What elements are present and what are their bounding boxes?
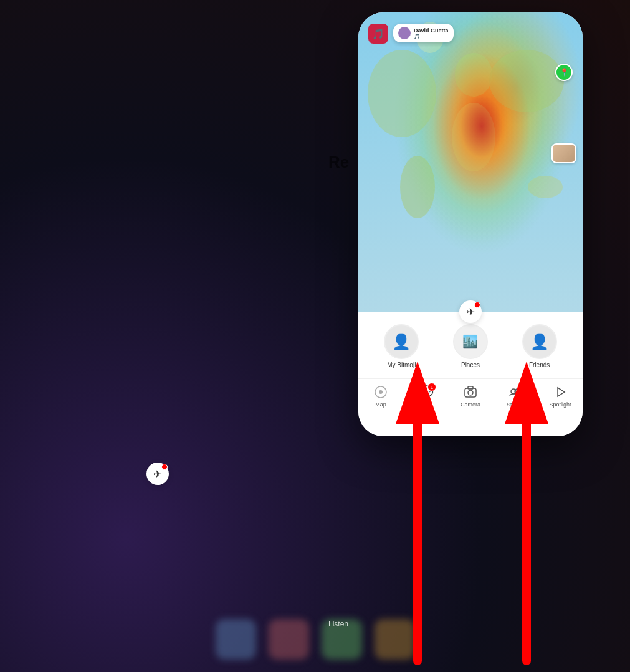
svg-point-25: [468, 390, 473, 395]
my-bitmoji-right[interactable]: 👤 My Bitmoji: [384, 324, 419, 368]
map-label-right: Map: [375, 401, 386, 408]
location-notif-dot: [161, 464, 168, 470]
map-tab-icon-right: [373, 384, 389, 400]
friends-avatar-right: 👤: [522, 324, 557, 359]
location-arrow-btn[interactable]: ✈: [146, 463, 169, 485]
places-label-right: Places: [461, 362, 480, 368]
david-guetta-popup: David Guetta 🎵: [393, 24, 454, 42]
svg-marker-29: [558, 388, 565, 396]
listen-partial-text: Listen: [328, 620, 348, 628]
stories-icon-right: [507, 384, 523, 400]
snap-map-right[interactable]: 🎵 David Guetta 🎵 📍: [358, 12, 583, 312]
snapchat-right-card: 🎵 David Guetta 🎵 📍: [358, 12, 583, 436]
chat-label-right: Chat: [419, 401, 431, 408]
david-music-note: 🎵: [414, 34, 449, 39]
my-bitmoji-label-right: My Bitmoji: [387, 362, 416, 368]
green-pin-right[interactable]: 📍: [555, 64, 573, 81]
svg-rect-26: [468, 386, 473, 389]
loc-btn-right[interactable]: ✈: [459, 300, 482, 323]
tab-map-right[interactable]: Map: [358, 384, 403, 408]
camera-label-right: Camera: [461, 401, 480, 408]
spotlight-label-right: Spotlight: [549, 401, 571, 408]
bg-dock: [31, 619, 599, 660]
tab-chat-right[interactable]: 💬 1 Chat: [403, 384, 448, 408]
music-app-icon-right[interactable]: 🎵: [368, 24, 388, 44]
friends-right[interactable]: 👤 Friends: [522, 324, 557, 368]
tab-stories-right[interactable]: Stories: [493, 384, 538, 408]
svg-rect-24: [465, 388, 476, 397]
group-photo-right: [551, 143, 576, 163]
tab-camera-right[interactable]: Camera: [448, 384, 493, 408]
places-avatar-right: 🏙️: [453, 324, 488, 359]
camera-icon-right: [462, 384, 479, 400]
chat-icon-right: 💬 1: [418, 384, 434, 400]
re-partial-text: Re: [328, 153, 349, 172]
friends-label-right: Friends: [529, 362, 550, 368]
places-right[interactable]: 🏙️ Places: [453, 324, 488, 368]
david-name: David Guetta: [414, 27, 449, 34]
chat-badge-right: 1: [427, 383, 436, 391]
snap-bottom-right: ✈ 👤 My Bitmoji 🏙️ Places 👤 Friends: [358, 312, 583, 436]
tab-spotlight-right[interactable]: Spotlight: [538, 384, 583, 408]
stories-label-right: Stories: [507, 401, 524, 408]
svg-point-23: [379, 390, 383, 394]
loc-notif-right: [474, 302, 480, 308]
spotlight-icon-right: [552, 384, 568, 400]
david-avatar: [398, 27, 411, 39]
tab-bar-right: Map 💬 1 Chat Camera: [358, 378, 583, 415]
bitmoji-avatar-right: 👤: [384, 324, 419, 359]
svg-point-28: [515, 389, 520, 394]
bitmoji-row-right: ✈ 👤 My Bitmoji 🏙️ Places 👤 Friends: [358, 312, 583, 373]
